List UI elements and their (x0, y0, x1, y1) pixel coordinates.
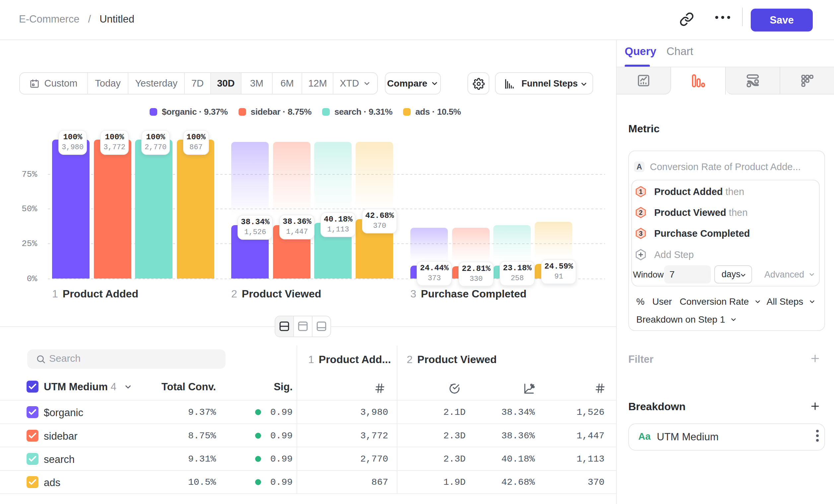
svg-text:2: 2 (639, 209, 642, 216)
svg-text:1: 1 (639, 188, 642, 195)
svg-text:3: 3 (639, 230, 642, 237)
